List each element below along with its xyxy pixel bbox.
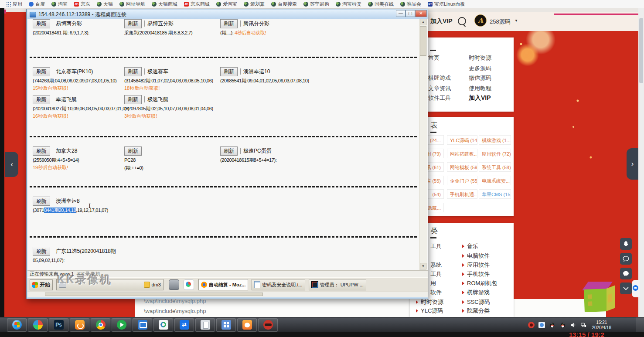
close-button[interactable]: ✕	[415, 10, 427, 17]
taskbar-windows-start-button[interactable]	[7, 318, 27, 332]
tag-电脑系统安...[interactable]: 电脑系统安...	[479, 176, 511, 185]
menu-item-加入VIP[interactable]: 加入VIP	[469, 94, 491, 102]
browser-360-icon[interactable]	[184, 279, 194, 290]
tray-qq-penguin-2-icon[interactable]	[559, 322, 566, 328]
scroll-up-button[interactable]: ▲	[420, 19, 426, 25]
refresh-button[interactable]: 刷新	[124, 146, 142, 156]
category-link-工具[interactable]: 工具	[430, 270, 442, 278]
tag-网站搭建教...[interactable]: 网站搭建教...	[447, 149, 477, 158]
menu-item-时时资源[interactable]: 时时资源	[469, 54, 491, 62]
tag-网站模板 (59)[interactable]: 网站模板 (59)	[447, 162, 477, 172]
refresh-button[interactable]: 刷新	[220, 19, 238, 28]
taskbar-game-app-button[interactable]	[258, 318, 278, 332]
refresh-button[interactable]: 刷新	[220, 67, 238, 76]
horizontal-scrollbar-thumb[interactable]	[45, 293, 263, 296]
menu-item-棋牌游戏[interactable]: 棋牌游戏	[428, 74, 451, 82]
taskbar-system-app-button[interactable]	[216, 318, 236, 332]
refresh-button[interactable]: 刷新	[33, 197, 50, 206]
category-link-工具[interactable]: 工具	[430, 242, 442, 250]
bookmark-国美在线[interactable]: 国美在线	[368, 1, 394, 7]
menu-item-文章资讯[interactable]: 文章资讯	[428, 85, 451, 92]
taskbar-360-safe-button[interactable]	[153, 318, 173, 332]
category-link-软件[interactable]: 软件	[430, 289, 442, 296]
taskbar-browser-360-button[interactable]	[28, 318, 48, 332]
taskbar-uc-browser-button[interactable]	[70, 318, 89, 332]
account-name[interactable]: 258源码	[490, 18, 511, 26]
menu-item-首页[interactable]: 首页	[428, 54, 440, 62]
bookmark-淘宝特卖[interactable]: 淘宝特卖	[336, 1, 361, 7]
slider-prev-button[interactable]: ‹	[5, 152, 18, 177]
menu-item-更多源码[interactable]: 更多源码	[469, 65, 491, 72]
tag-手机刷机通...[interactable]: 手机刷机通...	[447, 189, 477, 199]
refresh-button[interactable]: 刷新	[33, 146, 50, 156]
taskbar-photoshop-button[interactable]: Ps	[49, 318, 68, 332]
bookmark-京东[interactable]: JD京东	[74, 1, 90, 7]
bookmark-京东商城[interactable]: JD京东商城	[184, 1, 210, 7]
tag-YLC源码 (149)[interactable]: YLC源码 (149)	[447, 135, 477, 145]
browser-scrollbar[interactable]	[638, 8, 644, 317]
taskbar-chrome-button[interactable]	[91, 318, 110, 332]
refresh-button[interactable]: 刷新	[33, 67, 50, 76]
task-button-密码及安全说明.t...[interactable]: 密码及安全说明.t...	[252, 279, 305, 290]
category-link-电脑软件[interactable]: 电脑软件	[462, 252, 490, 260]
category-link-隐藏分类[interactable]: 隐藏分类	[462, 307, 490, 315]
bookmark-天猫商城[interactable]: 天猫商城	[152, 1, 177, 7]
join-vip-link[interactable]: 加入VIP	[430, 17, 453, 25]
taskbar-teamviewer-button[interactable]: ⇄	[174, 318, 194, 332]
slider-next-button[interactable]: ›	[627, 148, 638, 180]
tray-volume-icon[interactable]	[570, 322, 576, 328]
tag-苹果CMS (15)[interactable]: 苹果CMS (15)	[479, 189, 511, 199]
window-titlebar[interactable]: 154.48.246.112:13389 - 远程桌面连接	[27, 10, 427, 19]
bookmark-苏宁易购[interactable]: 苏宁易购	[303, 1, 329, 7]
tray-qq-penguin-icon[interactable]	[549, 322, 555, 328]
wechat-contact-button[interactable]	[620, 268, 632, 279]
bookmark-天猫[interactable]: 天猫	[97, 1, 113, 7]
category-link-系统[interactable]: 系统	[430, 261, 442, 269]
category-link-应用软件[interactable]: 应用软件	[462, 261, 490, 269]
capture-tool-icon[interactable]	[169, 279, 179, 290]
refresh-button[interactable]: 刷新	[124, 19, 142, 28]
tray-network-icon[interactable]	[580, 322, 587, 328]
bookmark-网址导航[interactable]: 网址导航	[119, 1, 145, 7]
minimize-button[interactable]: —	[396, 10, 405, 17]
bookmark-淘宝[interactable]: 淘宝	[51, 1, 68, 7]
category-link-ROM刷机包[interactable]: ROM刷机包	[462, 279, 497, 287]
start-button[interactable]: 开始	[30, 279, 53, 290]
category-link-YLC源码[interactable]: YLC源码	[416, 307, 443, 315]
search-icon[interactable]	[458, 17, 466, 25]
bookmark-唯品会[interactable]: 唯品会	[400, 1, 421, 7]
category-link-音乐[interactable]: 音乐	[462, 242, 478, 250]
menu-item-软件工具[interactable]: 软件工具	[428, 94, 451, 102]
tag-应用软件 (72)[interactable]: 应用软件 (72)	[479, 149, 511, 158]
taskbar-clock[interactable]: 15:21 2020/4/18	[592, 320, 612, 330]
refresh-button[interactable]: 刷新	[33, 247, 50, 256]
scroll-down-button[interactable]: ▼	[420, 263, 426, 269]
category-link-用[interactable]: 用	[430, 279, 436, 287]
qq-contact-button[interactable]	[620, 238, 632, 250]
bookmark-爱淘宝[interactable]: 爱淘宝	[216, 1, 237, 7]
menu-item-微信源码[interactable]: 微信源码	[469, 74, 491, 82]
maximize-button[interactable]: ▢	[405, 10, 415, 17]
category-link-棋牌游戏[interactable]: 棋牌游戏	[462, 289, 490, 296]
horizontal-scrollbar[interactable]	[27, 292, 428, 297]
refresh-button[interactable]: 刷新	[33, 19, 50, 28]
taskbar-remote-app-button[interactable]	[133, 318, 152, 332]
avatar[interactable]: A	[474, 14, 487, 27]
bookmark-百度搜索[interactable]: 百度搜索	[271, 1, 297, 7]
bookmark-apps[interactable]: 应用	[6, 1, 22, 7]
message-button[interactable]	[620, 253, 632, 265]
taskbar-wangwang-button[interactable]	[237, 318, 257, 332]
category-link-SSC源码[interactable]: SSC源码	[462, 298, 490, 306]
category-link-时时资源[interactable]: 时时资源	[416, 298, 443, 306]
tray-record-icon[interactable]	[528, 322, 535, 328]
menu-item-使用教程[interactable]: 使用教程	[469, 85, 491, 92]
vertical-scrollbar[interactable]: ▲ ▼	[419, 19, 427, 270]
bookmark-百度[interactable]: 百度	[29, 1, 45, 7]
task-button-管理员： UPUPW ...[interactable]: 管理员： UPUPW ...	[309, 279, 366, 290]
rotating-ad-cube[interactable]	[583, 282, 620, 316]
collapse-button[interactable]	[620, 283, 632, 294]
tag-企业门户 (55)[interactable]: 企业门户 (55)	[447, 176, 477, 185]
bookmark-聚划算[interactable]: 聚划算	[244, 1, 265, 7]
browser-scrollbar-thumb[interactable]	[639, 18, 643, 83]
refresh-button[interactable]: 刷新	[33, 95, 50, 104]
